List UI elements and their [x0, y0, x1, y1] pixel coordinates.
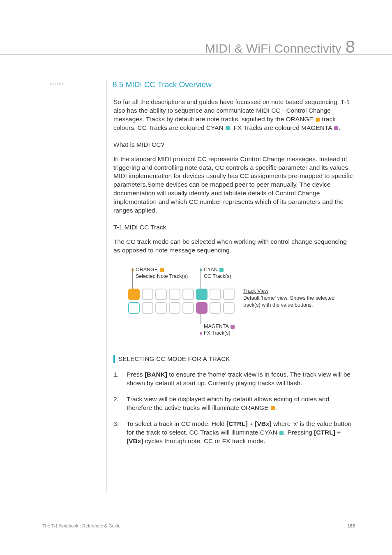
what-body: In the standard MIDI protocol CC represe… — [113, 155, 355, 215]
key-ctrl: [CTRL] — [226, 420, 248, 427]
track-diagram: ORANGE Selected Note Track(s) CYAN CC Tr… — [113, 266, 355, 340]
step-3: 3. To select a track in CC mode. Hold [C… — [113, 420, 355, 446]
intro-text-d: . — [339, 124, 340, 131]
step-frag: . Pressing — [284, 429, 314, 436]
track-button — [223, 289, 235, 300]
legend-cyan: CYAN CC Track(s) — [200, 266, 231, 280]
cyan-swatch-icon — [226, 126, 230, 130]
track-button — [142, 289, 153, 300]
track-button — [169, 289, 180, 300]
step-text: Track view will be displayed which by de… — [127, 395, 355, 412]
legend-cyan-sub: CC Track(s) — [204, 273, 231, 280]
cyan-swatch-icon — [219, 268, 224, 272]
track-button — [169, 302, 180, 314]
step-text: To select a track in CC mode. Hold [CTRL… — [127, 420, 355, 446]
procedure-steps: 1. Press [BANK] to ensure the 'home' tra… — [113, 370, 355, 445]
header-rule — [0, 54, 392, 55]
section-name: MIDI CC Track Overview — [126, 80, 212, 89]
step-frag: cycles through note, CC or FX track mode… — [143, 437, 265, 444]
track-button — [155, 289, 167, 300]
step-number: 1. — [113, 370, 121, 388]
chapter-number: 8 — [346, 37, 355, 57]
trackmode-heading: T-1 MIDI CC Track — [113, 223, 355, 232]
step-1: 1. Press [BANK] to ensure the 'home' tra… — [113, 370, 355, 388]
legend-orange-sub: Selected Note Track(s) — [136, 273, 188, 280]
track-button — [210, 289, 221, 300]
step-frag: Track view will be displayed which by de… — [127, 395, 329, 411]
track-button — [128, 289, 140, 300]
step-number: 2. — [113, 395, 121, 412]
step-number: 3. — [113, 420, 121, 446]
footer-title: The T-1 Notebook : Reference & Guide — [42, 523, 121, 528]
track-button — [210, 302, 221, 314]
cyan-dot-icon — [200, 269, 202, 271]
track-button — [196, 289, 208, 300]
legend-magenta-sub: FX Track(s) — [204, 330, 231, 336]
section-number: 8.5 — [113, 80, 123, 89]
vertical-divider — [106, 80, 107, 493]
orange-swatch-icon — [160, 268, 164, 272]
what-heading: What is MIDI CC? — [113, 141, 355, 149]
track-grid — [128, 289, 235, 314]
magenta-swatch-icon — [334, 126, 338, 130]
legend-orange-label: ORANGE — [136, 267, 158, 273]
track-button — [128, 302, 140, 314]
section-tick — [105, 84, 108, 84]
step-frag: Press — [127, 371, 145, 378]
procedure-heading: SELECTING CC MODE FOR A TRACK — [113, 355, 355, 363]
intro-text-a: So far all the descriptions and guides h… — [113, 98, 350, 123]
step-2: 2. Track view will be displayed which by… — [113, 395, 355, 412]
magenta-dot-icon — [200, 332, 202, 335]
step-frag: . — [275, 404, 277, 411]
diagram-side-note: Track View Default 'home' view. Shows th… — [243, 288, 350, 309]
orange-swatch-icon — [316, 118, 320, 122]
magenta-swatch-icon — [231, 325, 235, 329]
trackmode-body: The CC track mode can be selected when w… — [113, 238, 355, 255]
legend-cyan-label: CYAN — [204, 267, 218, 273]
legend-line-magenta — [201, 310, 201, 324]
page-number: 165 — [348, 523, 355, 528]
side-note-body: Default 'home' view. Shows the selected … — [243, 295, 334, 308]
main-content: So far all the descriptions and guides h… — [113, 98, 355, 453]
section-title: 8.5 MIDI CC Track Overview — [113, 80, 212, 89]
track-button — [155, 302, 167, 314]
cyan-swatch-icon — [279, 431, 284, 435]
intro-text-c: . FX Tracks are coloured MAGENTA — [230, 124, 334, 131]
notes-label: NOTES — [42, 82, 72, 86]
orange-swatch-icon — [271, 406, 275, 410]
track-button — [223, 302, 235, 314]
key-vbx: [VBx] — [127, 437, 143, 444]
orange-dot-icon — [131, 269, 134, 271]
key-bank: [BANK] — [145, 371, 167, 378]
header-title: MIDI & WiFi Connectivity — [205, 42, 341, 56]
track-button — [196, 302, 208, 314]
page-header: MIDI & WiFi Connectivity 8 — [205, 37, 355, 57]
step-text: Press [BANK] to ensure the 'home' track … — [127, 370, 355, 388]
step-frag: To select a track in CC mode. Hold — [127, 420, 226, 427]
track-button — [182, 302, 194, 314]
legend-magenta-label: MAGENTA — [204, 324, 228, 329]
intro-paragraph: So far all the descriptions and guides h… — [113, 98, 355, 132]
step-frag: + — [248, 420, 255, 427]
track-button — [142, 302, 153, 314]
step-frag: + — [335, 429, 341, 436]
side-note-title: Track View — [243, 288, 268, 294]
legend-magenta: MAGENTA FX Track(s) — [200, 323, 235, 337]
key-ctrl: [CTRL] — [314, 429, 335, 436]
legend-orange: ORANGE Selected Note Track(s) — [131, 266, 188, 280]
track-button — [182, 289, 194, 300]
key-vbx: [VBx] — [255, 420, 271, 427]
